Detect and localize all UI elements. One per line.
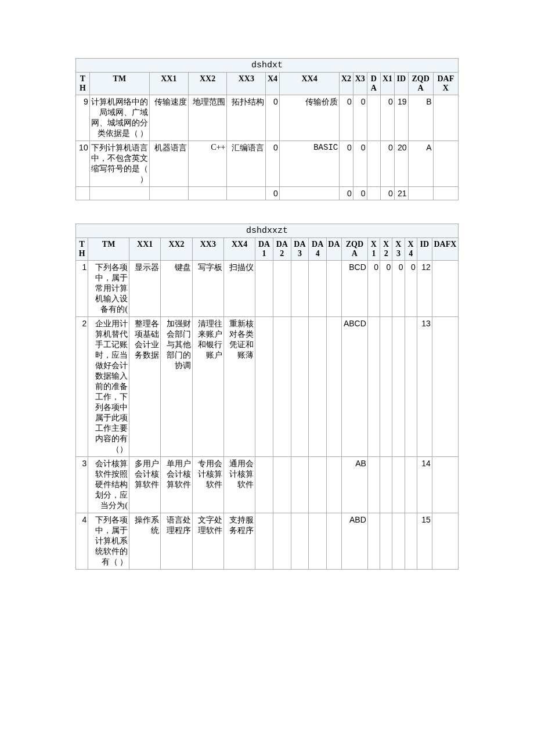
cell xyxy=(327,457,342,513)
cell: 下列各项中，属于常用计算机输入设备有的( xyxy=(88,261,129,317)
cell: 13 xyxy=(417,317,432,457)
cell: 0 xyxy=(340,141,353,187)
cell xyxy=(309,457,327,513)
cell xyxy=(433,141,458,187)
cell xyxy=(291,317,309,457)
cell xyxy=(432,457,458,513)
cell: 21 xyxy=(394,187,408,200)
cell: 操作系统 xyxy=(129,513,161,570)
cell: BASIC xyxy=(279,141,339,187)
cell: 整理各项基础会计业务数据 xyxy=(129,317,161,457)
cell: ABD xyxy=(341,513,367,570)
cell: 专用会计核算软件 xyxy=(192,457,223,513)
cell: 清理往来账户和银行账户 xyxy=(192,317,223,457)
cell xyxy=(327,261,342,317)
cell: 加强财会部门与其他部门的协调 xyxy=(161,317,192,457)
cell: 19 xyxy=(394,95,408,141)
cell xyxy=(405,457,417,513)
col-xx3: XX3 xyxy=(227,73,266,95)
cell xyxy=(255,457,273,513)
cell: 扫描仪 xyxy=(223,261,255,317)
cell: 0 xyxy=(405,261,417,317)
cell: 0 xyxy=(340,95,353,141)
cell: AB xyxy=(341,457,367,513)
cell: A xyxy=(408,141,433,187)
col2-da2: DA2 xyxy=(273,238,291,261)
cell: 0 xyxy=(380,261,392,317)
col-x3: X3 xyxy=(353,73,367,95)
col-da: DA xyxy=(367,73,381,95)
cell: B xyxy=(408,95,433,141)
cell xyxy=(392,457,405,513)
cell: 写字板 xyxy=(192,261,223,317)
cell xyxy=(255,261,273,317)
cell xyxy=(273,317,291,457)
table-row: 10下列计算机语言中，不包含英文缩写符号的是（ ）机器语言C++汇编语言0BAS… xyxy=(76,141,459,187)
cell xyxy=(327,513,342,570)
table1-title: dshdxt xyxy=(76,59,459,73)
cell: 0 xyxy=(266,187,280,200)
cell xyxy=(89,187,149,200)
table-row: 000021 xyxy=(76,187,459,200)
table-row: 3会计核算软件按照硬件结构划分，应当分为(多用户会计核算软件单用户会计核算软件专… xyxy=(76,457,459,513)
cell: 14 xyxy=(417,457,432,513)
cell: 计算机网络中的局域网、广域网、城域网的分类依据是（ ） xyxy=(89,95,149,141)
col2-x2: X2 xyxy=(380,238,392,261)
cell xyxy=(405,513,417,570)
cell xyxy=(433,187,458,200)
cell xyxy=(380,457,392,513)
col-th: TH xyxy=(76,73,90,95)
cell: 通用会计核算软件 xyxy=(223,457,255,513)
col2-xx2: XX2 xyxy=(161,238,192,261)
cell xyxy=(405,317,417,457)
cell xyxy=(392,513,405,570)
cell xyxy=(255,317,273,457)
col2-x3: X3 xyxy=(392,238,405,261)
cell: 20 xyxy=(394,141,408,187)
col2-tm: TM xyxy=(88,238,129,261)
col2-xx4: XX4 xyxy=(223,238,255,261)
cell xyxy=(150,187,189,200)
cell: 显示器 xyxy=(129,261,161,317)
cell xyxy=(309,513,327,570)
table-dshdxt: dshdxt TH TM XX1 XX2 XX3 X4 XX4 X2 X3 DA… xyxy=(75,58,459,200)
col2-da1: DA1 xyxy=(255,238,273,261)
cell xyxy=(380,317,392,457)
cell: 传输速度 xyxy=(150,95,189,141)
cell: BCD xyxy=(341,261,367,317)
col-x4: X4 xyxy=(266,73,280,95)
cell: 下列计算机语言中，不包含英文缩写符号的是（ ） xyxy=(89,141,149,187)
cell: 机器语言 xyxy=(150,141,189,187)
col2-da: DA xyxy=(327,238,342,261)
cell xyxy=(291,457,309,513)
col-x1: X1 xyxy=(381,73,395,95)
col-xx4: XX4 xyxy=(279,73,339,95)
cell: 多用户会计核算软件 xyxy=(129,457,161,513)
table-row: 4下列各项中，属于计算机系统软件的有（ ）操作系统语言处理程序文字处理软件支持服… xyxy=(76,513,459,570)
cell: 0 xyxy=(266,141,280,187)
cell: 0 xyxy=(353,141,367,187)
col-xx1: XX1 xyxy=(150,73,189,95)
cell: 1 xyxy=(76,261,88,317)
col-dafx: DAFX xyxy=(433,73,458,95)
cell: 0 xyxy=(367,261,380,317)
col-xx2: XX2 xyxy=(188,73,227,95)
cell xyxy=(255,513,273,570)
col2-da4: DA4 xyxy=(309,238,327,261)
cell: 3 xyxy=(76,457,88,513)
col2-da3: DA3 xyxy=(291,238,309,261)
cell xyxy=(367,513,380,570)
cell: 语言处理程序 xyxy=(161,513,192,570)
cell: ABCD xyxy=(341,317,367,457)
col-id: ID xyxy=(394,73,408,95)
cell: 0 xyxy=(381,187,395,200)
cell: 键盘 xyxy=(161,261,192,317)
cell: 地理范围 xyxy=(188,95,227,141)
cell: 0 xyxy=(381,95,395,141)
cell: 0 xyxy=(392,261,405,317)
cell xyxy=(273,261,291,317)
cell xyxy=(367,95,381,141)
cell: 企业用计算机替代手工记账时，应当做好会计数据输入前的准备工作，下列各项中属于此项… xyxy=(88,317,129,457)
cell: 文字处理软件 xyxy=(192,513,223,570)
cell: 传输价质 xyxy=(279,95,339,141)
